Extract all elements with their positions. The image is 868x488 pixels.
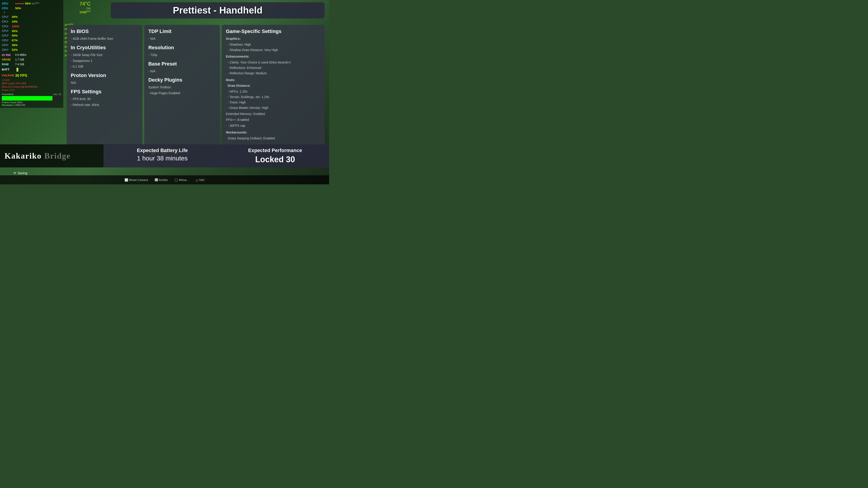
saving-icon: ⟳ — [13, 171, 16, 175]
ram-value: 7.4 GiB — [15, 62, 24, 67]
fpspp: FPS++: Enabled — [226, 117, 320, 123]
cpu-sub: 7 — [4, 11, 5, 15]
cpu0-label: CPU⁰ — [2, 15, 11, 19]
graphics-items: - Shadows: High - Shadow Draw Distance: … — [228, 42, 320, 53]
cpu5-label: CPU⁵ — [2, 38, 11, 43]
location-panel: Kakariko Bridge — [0, 144, 103, 167]
page-title: Prettiest - Handheld — [118, 5, 318, 16]
draw-distance-items: - NPCs: 1.25x - Terrain, Buildings, etc:… — [228, 89, 320, 110]
vulkan-label: VULKAN — [2, 73, 14, 78]
cryo-item-2: - Swappiness 1 — [71, 58, 138, 64]
cpu1-val: 19% — [12, 20, 18, 24]
bottom-row: Kakariko Bridge Expected Battery Life 1 … — [0, 144, 329, 167]
gpu-driver: AMD Custom GPU 0405 — [2, 82, 61, 85]
performance-overlay: GPU ♥♥♥♥♥♥ 56% 813MHz CPU 50% 7 CPU⁰ 40%… — [0, 0, 63, 108]
middle-panel: TDP Limit - N/A Resolution - 720p Base P… — [144, 25, 220, 145]
game-controls-bar: ⬜ Reset Camera 🅻 Soothe ◯ Whoa... △ Yah! — [0, 175, 329, 184]
control-yah[interactable]: △ Yah! — [196, 178, 205, 182]
batt-label: BATT — [2, 67, 14, 72]
mods-label: Mods: — [226, 77, 320, 83]
decky-toolbox: System Toolbox: — [148, 85, 216, 90]
cpu4-label: CPU⁴ — [2, 34, 11, 38]
title-panel: Prettiest - Handheld — [111, 2, 324, 19]
fps-limit: - FPS limit: 30 — [71, 96, 138, 102]
control-whoa[interactable]: ◯ Whoa... — [175, 178, 189, 182]
right-panel: Game-Specific Settings Graphics: - Shado… — [222, 25, 324, 145]
battery-title: Expected Battery Life — [110, 148, 214, 153]
tdp-title: TDP Limit — [148, 29, 216, 34]
cpu1-label: CPU¹ — [2, 20, 11, 24]
overlay-container: GPU ♥♥♥♥♥♥ 56% 813MHz CPU 50% 7 CPU⁰ 40%… — [0, 0, 329, 184]
cryo-item-3: - 0.1 GiB — [71, 64, 138, 69]
gpu-temp-panel: 74°C 2W 3498MHz — [64, 0, 92, 15]
control-reset[interactable]: ⬜ Reset Camera — [125, 178, 148, 182]
cpu6-val: 36% — [12, 43, 18, 48]
resolution-value: - 720p — [148, 53, 216, 58]
cpu0-val: 40% — [12, 15, 18, 20]
cpu2-val: 100% — [12, 24, 19, 29]
cpu2-label: CPU² — [2, 24, 11, 29]
base-preset-value: - N/A — [148, 69, 216, 74]
cpu6-label: CPU⁶ — [2, 43, 11, 47]
bios-title: In BIOS — [71, 29, 138, 34]
saving-indicator: ⟳ Saving — [13, 171, 27, 175]
enhancements-label: Enhancements: — [226, 54, 320, 59]
cpu-cores-list: CPU⁰ 40% CPU¹ 19% CPU² 100% CPU³ 45% CPU… — [2, 15, 61, 52]
io-value: 0.0 MiB/s — [15, 53, 26, 57]
batt-icon: 🔋 — [15, 67, 20, 73]
main-panels: In BIOS - 4GB UMA Frame Buffer Size In C… — [67, 25, 324, 145]
base-preset-title: Base Preset — [148, 61, 216, 67]
enhancements-items: - Clarity: Your Choice (I used t3nka Neu… — [228, 60, 320, 76]
gpu-mhz: 813MHz — [32, 2, 39, 6]
mesa-version: Mesa 22.2.0-devel (git-fec9285634) — [2, 85, 61, 89]
decky-title: Decky Plugins — [148, 77, 216, 83]
vram-value: 1.7 GiB — [15, 58, 24, 62]
fps-refresh: - Refresh rate: 60Hz — [71, 102, 138, 108]
cpu-label: CPU — [2, 6, 14, 11]
workarounds-label: Workarounds: — [226, 130, 320, 135]
proton-value: N/A — [71, 80, 138, 86]
dd-item-1: - NPCs: 1.25x — [228, 89, 320, 94]
location-name2: Bridge — [44, 151, 70, 161]
performance-panel: Expected Performance Locked 30 — [221, 144, 329, 167]
cpu7-val: 52% — [12, 48, 18, 53]
enhance-item-1: - Clarity: Your Choice (I used t3nka Neu… — [228, 60, 320, 65]
dd-item-3: - Trees: High — [228, 100, 320, 105]
saving-text: Saving — [18, 171, 27, 175]
frametime-bar — [2, 96, 53, 101]
gpu-hearts: ♥♥♥♥♥♥ — [15, 2, 24, 6]
ram-label: RAM — [2, 62, 14, 67]
cpu-percent: 50% — [15, 6, 21, 11]
grass-swaying: Grass Swaying (Vulkan): Enabled — [228, 136, 320, 141]
fps-value: 30 FPS — [15, 73, 27, 78]
fps-title: FPS Settings — [71, 89, 138, 95]
frametime-bar-container — [2, 96, 61, 101]
battery-panel: Expected Battery Life 1 hour 38 minutes — [103, 144, 221, 167]
performance-value: Locked 30 — [228, 155, 322, 164]
bios-item-1: - 4GB UMA Frame Buffer Size — [71, 36, 138, 41]
game-settings-title: Game-Specific Settings — [226, 29, 320, 34]
fpspp-cap: - 30FPS cap — [228, 123, 320, 129]
control-soothe[interactable]: 🅻 Soothe — [155, 178, 168, 182]
cpu3-val: 45% — [12, 29, 18, 34]
io-label: IO RW — [2, 53, 14, 58]
frametime-label: Frametime — [2, 93, 14, 96]
draw-distance-label: Draw Distance: — [228, 83, 320, 89]
proton-title: Proton Version — [71, 72, 138, 78]
performance-title: Expected Performance — [228, 148, 322, 153]
proton-version: Proton 7.0-5 — [2, 89, 61, 92]
gpu-label: GPU — [2, 1, 14, 6]
cpu3-label: CPU³ — [2, 29, 11, 33]
location-name1: Kakariko — [4, 151, 41, 161]
vulkan-version: 1.3.224 — [2, 78, 61, 82]
cryo-item-1: - 16GB Swap File Size — [71, 53, 138, 58]
dd-item-2: - Terrain, Buildings, etc: 1.25x — [228, 94, 320, 100]
gpu-temp: 74°C — [65, 1, 91, 7]
graphics-item-1: - Shadows: High — [228, 42, 320, 47]
gpu-percent: 56% — [25, 1, 31, 6]
graphics-label: Graphics: — [226, 36, 320, 41]
battery-value: 1 hour 38 minutes — [110, 155, 214, 162]
enhance-item-2: - Reflections: Enhanced — [228, 65, 320, 71]
cpu4-val: 50% — [12, 33, 18, 38]
tdp-value: - N/A — [148, 36, 216, 41]
